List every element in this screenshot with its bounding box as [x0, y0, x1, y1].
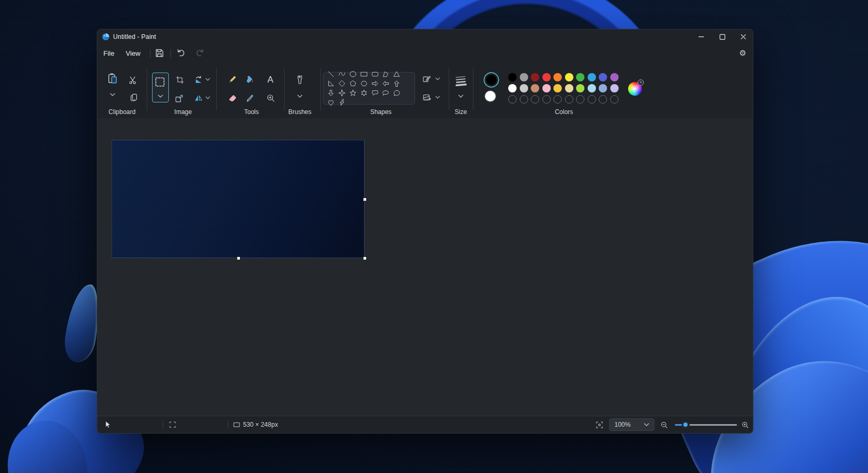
shape-diamond-icon[interactable]	[337, 79, 348, 88]
paste-button[interactable]	[102, 67, 123, 90]
color-swatch[interactable]	[542, 73, 551, 81]
resize-button[interactable]	[171, 91, 186, 106]
copy-button[interactable]	[126, 89, 142, 105]
color-swatch[interactable]	[588, 73, 596, 81]
shape-speech-bubble-icon[interactable]	[369, 88, 380, 98]
paste-dropdown-chevron[interactable]	[110, 93, 115, 96]
shape-hexagon-icon[interactable]	[358, 79, 369, 88]
settings-button[interactable]: ⚙	[734, 46, 751, 60]
color-2-background[interactable]	[485, 91, 496, 101]
canvas-selection[interactable]	[112, 140, 365, 258]
color-picker-tool-button[interactable]	[243, 90, 257, 105]
crop-button[interactable]	[173, 73, 187, 87]
eraser-tool-button[interactable]	[225, 90, 240, 105]
color-swatch[interactable]	[599, 73, 607, 81]
color-swatch[interactable]	[565, 84, 573, 92]
menu-view[interactable]: View	[123, 46, 144, 60]
color-swatch[interactable]	[520, 73, 528, 81]
custom-color-slot[interactable]	[542, 95, 551, 104]
selection-dropdown-chevron[interactable]	[158, 95, 163, 98]
zoom-level-dropdown[interactable]: 100%	[609, 418, 654, 431]
shape-round-speech-bubble-icon[interactable]	[391, 88, 402, 98]
color-swatch[interactable]	[542, 84, 551, 92]
fit-to-screen-button[interactable]	[592, 418, 606, 431]
custom-color-slot[interactable]	[610, 95, 619, 104]
zoom-slider-thumb[interactable]	[682, 421, 690, 429]
color-swatch[interactable]	[520, 84, 528, 92]
selection-handle-bottom-right[interactable]	[363, 256, 367, 260]
fill-tool-button[interactable]	[241, 72, 256, 87]
custom-color-slot[interactable]	[553, 95, 562, 104]
shape-arrow-right-icon[interactable]	[369, 79, 380, 88]
shape-fill-chevron[interactable]	[436, 96, 440, 99]
color-swatch[interactable]	[508, 84, 517, 92]
minimize-button[interactable]	[691, 29, 712, 44]
shape-arrow-down-icon[interactable]	[326, 88, 337, 98]
shape-triangle-icon[interactable]	[391, 69, 402, 79]
redo-button[interactable]	[191, 46, 208, 60]
custom-color-slot[interactable]	[531, 95, 539, 104]
shape-pentagon-icon[interactable]	[348, 79, 359, 88]
shape-four-point-star-icon[interactable]	[337, 88, 348, 98]
menu-file[interactable]: File	[99, 46, 118, 60]
color-swatch[interactable]	[576, 73, 584, 81]
shape-right-triangle-icon[interactable]	[326, 79, 337, 88]
text-tool-button[interactable]: A	[263, 72, 278, 87]
flip-button[interactable]	[191, 91, 205, 105]
pencil-tool-button[interactable]	[225, 71, 240, 86]
brushes-dropdown-chevron[interactable]	[297, 95, 302, 98]
shape-rounded-rectangle-icon[interactable]	[369, 69, 380, 79]
shape-curve-icon[interactable]	[337, 69, 348, 79]
color-swatch[interactable]	[599, 84, 607, 92]
close-button[interactable]	[733, 29, 753, 44]
flip-dropdown-chevron[interactable]	[206, 96, 210, 99]
magnifier-tool-button[interactable]	[263, 90, 278, 105]
shape-fill-button[interactable]	[420, 90, 433, 104]
shape-outline-chevron[interactable]	[436, 77, 440, 80]
zoom-out-button[interactable]	[658, 418, 670, 431]
custom-color-slot[interactable]	[520, 95, 528, 104]
brushes-button[interactable]	[291, 71, 308, 91]
canvas-area[interactable]	[97, 118, 753, 416]
color-swatch[interactable]	[576, 84, 584, 92]
shape-rectangle-icon[interactable]	[358, 69, 369, 79]
shape-oval-speech-bubble-icon[interactable]	[380, 88, 391, 98]
custom-color-slot[interactable]	[508, 95, 517, 104]
shape-arrow-up-icon[interactable]	[391, 79, 402, 88]
shape-outline-button[interactable]	[420, 72, 433, 86]
custom-color-slot[interactable]	[588, 95, 596, 104]
zoom-in-button[interactable]	[739, 418, 751, 431]
custom-color-slot[interactable]	[599, 95, 607, 104]
rotate-dropdown-chevron[interactable]	[206, 78, 210, 81]
selection-handle-right[interactable]	[363, 198, 367, 201]
color-swatch[interactable]	[610, 73, 619, 81]
cut-button[interactable]	[125, 72, 140, 88]
color-1-foreground[interactable]	[486, 75, 497, 85]
shape-ellipse-icon[interactable]	[348, 69, 359, 79]
custom-color-slot[interactable]	[576, 95, 584, 104]
color-swatch[interactable]	[610, 84, 619, 92]
custom-color-slot[interactable]	[565, 95, 573, 104]
shape-line-icon[interactable]	[326, 69, 337, 79]
shape-lightning-icon[interactable]	[337, 98, 348, 107]
color-swatch[interactable]	[553, 84, 562, 92]
maximize-button[interactable]	[712, 29, 733, 44]
color-swatch[interactable]	[553, 73, 562, 81]
shape-polygon-icon[interactable]	[380, 69, 391, 79]
color-swatch[interactable]	[531, 84, 539, 92]
shape-heart-icon[interactable]	[326, 98, 337, 107]
selection-tool-button[interactable]	[152, 73, 169, 102]
titlebar[interactable]: Untitled - Paint	[97, 29, 753, 44]
color-swatch[interactable]	[508, 73, 517, 81]
color-swatch[interactable]	[531, 73, 539, 81]
rotate-button[interactable]	[191, 73, 205, 86]
undo-button[interactable]	[173, 46, 189, 60]
color-swatch[interactable]	[588, 84, 596, 92]
save-button[interactable]	[151, 46, 168, 60]
size-button[interactable]	[452, 72, 470, 90]
shape-five-point-star-icon[interactable]	[348, 88, 359, 98]
shape-arrow-left-icon[interactable]	[380, 79, 391, 88]
selection-handle-bottom[interactable]	[237, 256, 240, 260]
shape-six-point-star-icon[interactable]	[358, 88, 369, 98]
color-swatch[interactable]	[565, 73, 573, 81]
